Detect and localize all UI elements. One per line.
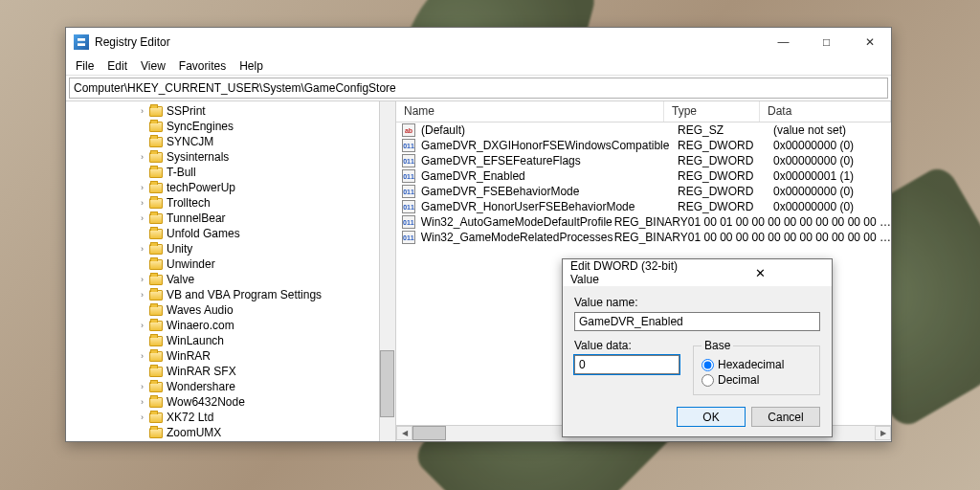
tree-item[interactable]: ›Wow6432Node: [66, 394, 395, 410]
tree-twisty-icon[interactable]: [137, 428, 147, 438]
tree-item[interactable]: SYNCJM: [66, 134, 395, 149]
tree-item[interactable]: ›Wondershare: [66, 379, 395, 394]
binary-value-icon: 011: [402, 139, 415, 152]
tree-label: T-Bull: [167, 166, 196, 179]
tree-item[interactable]: ›SSPrint: [66, 103, 395, 119]
tree-label: Trolltech: [167, 196, 211, 210]
tree-item[interactable]: Waves Audio: [66, 302, 395, 318]
tree-item[interactable]: ⌄System: [66, 440, 395, 441]
tree-item[interactable]: Unwinder: [66, 256, 395, 272]
tree-item[interactable]: ›Trolltech: [66, 195, 395, 211]
tree-item[interactable]: ›XK72 Ltd: [66, 410, 395, 425]
address-bar[interactable]: Computer\HKEY_CURRENT_USER\System\GameCo…: [69, 78, 888, 99]
menu-view[interactable]: View: [141, 59, 166, 73]
tree-twisty-icon[interactable]: [137, 137, 147, 147]
tree-pane[interactable]: ›SSPrintSyncEnginesSYNCJM›SysinternalsT-…: [66, 101, 396, 441]
tree-item[interactable]: SyncEngines: [66, 119, 395, 134]
tree-item[interactable]: ›Sysinternals: [66, 149, 395, 165]
value-name-field[interactable]: [574, 312, 820, 331]
dialog-title: Edit DWORD (32-bit) Value: [570, 259, 698, 286]
list-row[interactable]: 011Win32_GameModeRelatedProcessesREG_BIN…: [396, 230, 891, 245]
cell-data: 01 00 00 00 00 00 00 00 00 00 00 00 …: [688, 231, 891, 244]
tree-twisty-icon[interactable]: ›: [137, 244, 147, 255]
tree-twisty-icon[interactable]: ›: [137, 106, 147, 117]
col-name[interactable]: Name: [396, 101, 664, 122]
menu-favorites[interactable]: Favorites: [179, 59, 226, 73]
folder-icon: [149, 412, 163, 423]
list-row[interactable]: 011GameDVR_DXGIHonorFSEWindowsCompatible…: [396, 138, 891, 153]
radio-dec[interactable]: Decimal: [702, 373, 812, 387]
list-row[interactable]: ab(Default)REG_SZ(value not set): [396, 122, 891, 138]
tree-twisty-icon[interactable]: ›: [137, 275, 147, 285]
tree-item[interactable]: ›Winaero.com: [66, 318, 395, 333]
menu-edit[interactable]: Edit: [107, 59, 127, 73]
value-data-field[interactable]: [574, 355, 679, 374]
close-button[interactable]: ✕: [848, 28, 891, 56]
radio-hex-input[interactable]: [702, 359, 714, 371]
menu-help[interactable]: Help: [239, 59, 263, 73]
tree-twisty-icon[interactable]: [137, 122, 147, 132]
tree-label: techPowerUp: [167, 181, 235, 194]
list-row[interactable]: 011GameDVR_HonorUserFSEBehaviorModeREG_D…: [396, 199, 891, 214]
dialog-close-button[interactable]: ✕: [698, 266, 825, 280]
tree-item[interactable]: Unfold Games: [66, 226, 395, 241]
radio-hex[interactable]: Hexadecimal: [702, 358, 812, 371]
tree-twisty-icon[interactable]: ›: [137, 351, 147, 362]
tree-item[interactable]: ›WinRAR: [66, 348, 395, 364]
cancel-button[interactable]: Cancel: [751, 407, 820, 427]
tree-twisty-icon[interactable]: [137, 167, 147, 178]
minimize-button[interactable]: —: [762, 28, 805, 56]
dialog-titlebar[interactable]: Edit DWORD (32-bit) Value ✕: [563, 259, 832, 286]
tree-item[interactable]: ›techPowerUp: [66, 180, 395, 195]
tree-twisty-icon[interactable]: [137, 305, 147, 316]
cell-data: (value not set): [773, 123, 891, 137]
tree-twisty-icon[interactable]: [137, 259, 147, 270]
cell-data: 0x00000000 (0): [773, 200, 891, 213]
tree-item[interactable]: WinRAR SFX: [66, 364, 395, 379]
tree-twisty-icon[interactable]: ›: [137, 321, 147, 331]
menu-file[interactable]: File: [76, 59, 94, 73]
scroll-thumb[interactable]: [412, 426, 446, 440]
tree-item[interactable]: WinLaunch: [66, 333, 395, 348]
tree-twisty-icon[interactable]: ›: [137, 290, 147, 301]
tree-twisty-icon[interactable]: ›: [137, 397, 147, 408]
scroll-thumb[interactable]: [380, 350, 394, 417]
tree-label: Unfold Games: [167, 227, 240, 240]
tree-item[interactable]: ›Valve: [66, 272, 395, 287]
cell-type: REG_BINARY: [614, 215, 688, 229]
col-type[interactable]: Type: [664, 101, 760, 122]
tree-vertical-scrollbar[interactable]: [379, 101, 395, 441]
list-row[interactable]: 011GameDVR_FSEBehaviorModeREG_DWORD0x000…: [396, 184, 891, 199]
ok-button[interactable]: OK: [677, 407, 746, 427]
cell-type: REG_DWORD: [678, 169, 773, 183]
tree-item[interactable]: ›VB and VBA Program Settings: [66, 287, 395, 302]
tree-label: Sysinternals: [167, 150, 229, 164]
tree-twisty-icon[interactable]: ›: [137, 213, 147, 224]
tree-twisty-icon[interactable]: [137, 367, 147, 377]
list-row[interactable]: 011Win32_AutoGameModeDefaultProfileREG_B…: [396, 214, 891, 230]
tree-twisty-icon[interactable]: ›: [137, 183, 147, 193]
tree-item[interactable]: ›TunnelBear: [66, 211, 395, 226]
tree-twisty-icon[interactable]: ›: [137, 198, 147, 209]
tree-item[interactable]: ZoomUMX: [66, 425, 395, 440]
tree-twisty-icon[interactable]: ›: [137, 152, 147, 163]
maximize-button[interactable]: □: [805, 28, 848, 56]
cell-name: GameDVR_FSEBehaviorMode: [421, 185, 678, 198]
tree-twisty-icon[interactable]: ›: [137, 382, 147, 392]
tree-twisty-icon[interactable]: [137, 229, 147, 239]
tree-label: Unwinder: [167, 257, 215, 271]
tree-item[interactable]: ›Unity: [66, 241, 395, 256]
col-data[interactable]: Data: [760, 101, 891, 122]
cell-name: (Default): [421, 123, 678, 137]
scroll-right-icon[interactable]: ▶: [875, 426, 891, 440]
binary-value-icon: 011: [402, 215, 415, 229]
radio-dec-input[interactable]: [702, 374, 714, 387]
list-row[interactable]: 011GameDVR_EnabledREG_DWORD0x00000001 (1…: [396, 168, 891, 184]
tree-twisty-icon[interactable]: ›: [137, 412, 147, 423]
list-row[interactable]: 011GameDVR_EFSEFeatureFlagsREG_DWORD0x00…: [396, 153, 891, 168]
titlebar[interactable]: Registry Editor — □ ✕: [66, 28, 891, 56]
tree-item[interactable]: T-Bull: [66, 165, 395, 180]
scroll-left-icon[interactable]: ◀: [396, 426, 412, 440]
tree-twisty-icon[interactable]: [137, 336, 147, 346]
address-text: Computer\HKEY_CURRENT_USER\System\GameCo…: [74, 81, 396, 95]
